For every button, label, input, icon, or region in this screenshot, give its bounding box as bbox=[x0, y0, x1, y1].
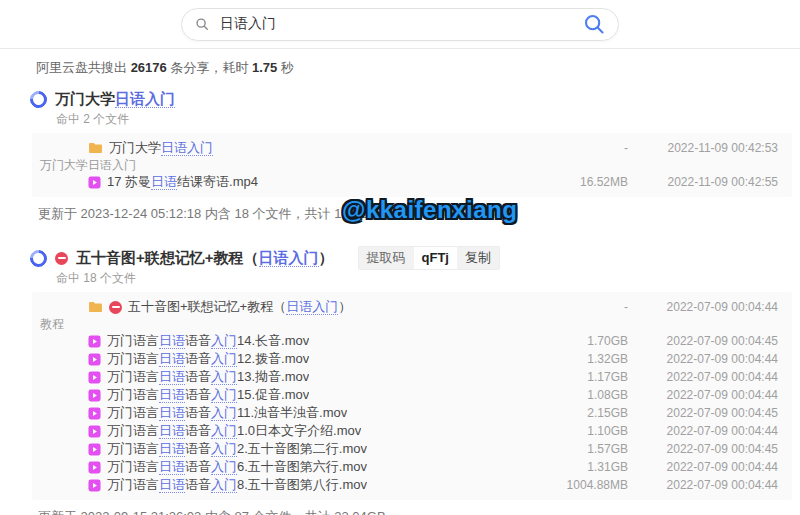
video-file-icon bbox=[88, 479, 101, 492]
text-segment: 万门语言 bbox=[107, 423, 159, 438]
file-date: 2022-07-09 00:04:44 bbox=[628, 370, 792, 384]
result-title[interactable]: 五十音图+联想记忆+教程（日语入门） bbox=[76, 249, 334, 268]
file-row[interactable]: 万门语言日语语音入门11.浊音半浊音.mov2.15GB2022-07-09 0… bbox=[32, 404, 792, 422]
file-size: 1.31GB bbox=[548, 460, 628, 474]
search-input[interactable] bbox=[218, 15, 574, 33]
file-size: 1.70GB bbox=[548, 334, 628, 348]
stats-segment: 条分享，耗时 bbox=[167, 60, 252, 75]
stats-segment: 阿里云盘共搜出 bbox=[36, 60, 131, 75]
text-segment: 语音 bbox=[185, 351, 211, 366]
update-info: 更新于 2022-09-15 21:36:03 内含 87 个文件，共计 23.… bbox=[38, 508, 792, 515]
file-row[interactable]: 17 苏曼日语结课寄语.mp416.52MB2022-11-09 00:42:5… bbox=[32, 173, 792, 191]
file-size: - bbox=[548, 141, 628, 155]
text-segment: 17 苏曼 bbox=[107, 174, 151, 189]
file-size: 1004.88MB bbox=[548, 478, 628, 492]
text-segment: 万门语言 bbox=[107, 351, 159, 366]
extraction-code-badge: 提取码qFTj复制 bbox=[358, 246, 500, 270]
hit-count: 命中 2 个文件 bbox=[56, 112, 792, 127]
text-segment: 万门大学 bbox=[55, 90, 115, 107]
file-path: 教程 bbox=[32, 316, 792, 332]
text-segment: 五十音图+联想记忆+教程（ bbox=[128, 299, 286, 314]
file-name: 万门语言日语语音入门2.五十音图第二行.mov bbox=[88, 440, 548, 458]
watermark: @kkaifenxiang bbox=[342, 196, 517, 224]
file-name: 万门语言日语语音入门8.五十音图第八行.mov bbox=[88, 476, 548, 494]
text-segment: 万门语言 bbox=[107, 369, 159, 384]
file-row[interactable]: 万门语言日语语音入门6.五十音图第六行.mov1.31GB2022-07-09 … bbox=[32, 458, 792, 476]
text-segment: 万门大学 bbox=[109, 140, 161, 155]
result-title[interactable]: 万门大学日语入门 bbox=[55, 90, 175, 109]
file-name: 万门语言日语语音入门1.0日本文字介绍.mov bbox=[88, 422, 548, 440]
file-table: 五十音图+联想记忆+教程（日语入门）-2022-07-09 00:04:44教程… bbox=[32, 292, 792, 500]
text-segment: 13.拗音.mov bbox=[237, 369, 309, 384]
text-segment: 14.长音.mov bbox=[237, 333, 309, 348]
file-name: 五十音图+联想记忆+教程（日语入门） bbox=[88, 298, 548, 316]
file-name: 17 苏曼日语结课寄语.mp4 bbox=[88, 173, 548, 191]
file-row[interactable]: 万门语言日语语音入门15.促音.mov1.08GB2022-07-09 00:0… bbox=[32, 386, 792, 404]
file-table: 万门大学日语入门-2022-11-09 00:42:53万门大学日语入门17 苏… bbox=[32, 133, 792, 197]
file-name: 万门语言日语语音入门11.浊音半浊音.mov bbox=[88, 404, 548, 422]
folder-icon bbox=[88, 142, 103, 154]
video-file-icon bbox=[88, 443, 101, 456]
file-name: 万门语言日语语音入门14.长音.mov bbox=[88, 332, 548, 350]
text-segment: 2.五十音图第二行.mov bbox=[237, 441, 367, 456]
extraction-code-label: 提取码 bbox=[359, 247, 414, 269]
file-row[interactable]: 万门大学日语入门-2022-11-09 00:42:53 bbox=[32, 139, 792, 157]
highlighted-keyword: 日语 bbox=[159, 459, 185, 475]
file-row[interactable]: 万门语言日语语音入门14.长音.mov1.70GB2022-07-09 00:0… bbox=[32, 332, 792, 350]
highlighted-keyword: 入门 bbox=[211, 477, 237, 493]
text-segment: ） bbox=[319, 249, 334, 266]
file-date: 2022-07-09 00:04:45 bbox=[628, 406, 792, 420]
file-date: 2022-11-09 00:42:55 bbox=[628, 175, 792, 189]
text-segment: 1.0日本文字介绍.mov bbox=[237, 423, 361, 438]
file-name: 万门语言日语语音入门6.五十音图第六行.mov bbox=[88, 458, 548, 476]
highlighted-keyword: 入门 bbox=[211, 441, 237, 457]
result-header: 五十音图+联想记忆+教程（日语入门）提取码qFTj复制 bbox=[30, 248, 792, 268]
search-box[interactable] bbox=[181, 8, 619, 41]
highlighted-keyword: 入门 bbox=[211, 333, 237, 349]
file-row[interactable]: 万门语言日语语音入门8.五十音图第八行.mov1004.88MB2022-07-… bbox=[32, 476, 792, 494]
text-segment: 万门语言 bbox=[107, 459, 159, 474]
text-segment: 6.五十音图第六行.mov bbox=[237, 459, 367, 474]
file-date: 2022-07-09 00:04:44 bbox=[628, 424, 792, 438]
text-segment: ） bbox=[338, 299, 351, 314]
video-file-icon bbox=[88, 407, 101, 420]
file-size: 2.15GB bbox=[548, 406, 628, 420]
banned-icon bbox=[109, 301, 122, 314]
top-bar bbox=[0, 0, 800, 49]
stats-segment: 26176 bbox=[131, 60, 167, 75]
file-row[interactable]: 万门语言日语语音入门12.拨音.mov1.32GB2022-07-09 00:0… bbox=[32, 350, 792, 368]
file-size: 1.17GB bbox=[548, 370, 628, 384]
file-row[interactable]: 万门语言日语语音入门13.拗音.mov1.17GB2022-07-09 00:0… bbox=[32, 368, 792, 386]
file-row[interactable]: 万门语言日语语音入门2.五十音图第二行.mov1.57GB2022-07-09 … bbox=[32, 440, 792, 458]
highlighted-keyword: 入门 bbox=[211, 351, 237, 367]
results-list: 万门大学日语入门命中 2 个文件万门大学日语入门-2022-11-09 00:4… bbox=[30, 89, 792, 515]
text-segment: 15.促音.mov bbox=[237, 387, 309, 402]
search-stats: 阿里云盘共搜出 26176 条分享，耗时 1.75 秒 bbox=[30, 55, 792, 77]
highlighted-keyword: 入门 bbox=[211, 423, 237, 439]
search-submit-icon[interactable] bbox=[583, 13, 605, 35]
video-file-icon bbox=[88, 176, 101, 189]
highlighted-keyword: 入门 bbox=[211, 459, 237, 475]
highlighted-keyword: 日语 bbox=[159, 351, 185, 367]
text-segment: 8.五十音图第八行.mov bbox=[237, 477, 367, 492]
copy-code-button[interactable]: 复制 bbox=[457, 247, 499, 269]
video-file-icon bbox=[88, 335, 101, 348]
file-date: 2022-11-09 00:42:53 bbox=[628, 141, 792, 155]
highlighted-keyword: 入门 bbox=[211, 369, 237, 385]
file-size: 1.32GB bbox=[548, 352, 628, 366]
text-segment: 语音 bbox=[185, 333, 211, 348]
file-name: 万门大学日语入门 bbox=[88, 139, 548, 157]
file-row[interactable]: 万门语言日语语音入门1.0日本文字介绍.mov1.10GB2022-07-09 … bbox=[32, 422, 792, 440]
text-segment: 语音 bbox=[185, 423, 211, 438]
highlighted-keyword: 日语 bbox=[159, 441, 185, 457]
text-segment: 11.浊音半浊音.mov bbox=[237, 405, 347, 420]
file-date: 2022-07-09 00:04:45 bbox=[628, 334, 792, 348]
highlighted-keyword: 日语入门 bbox=[259, 249, 319, 267]
text-segment: 语音 bbox=[185, 369, 211, 384]
highlighted-keyword: 日语 bbox=[159, 477, 185, 493]
file-row[interactable]: 五十音图+联想记忆+教程（日语入门）-2022-07-09 00:04:44 bbox=[32, 298, 792, 316]
text-segment: 语音 bbox=[185, 459, 211, 474]
search-result: 五十音图+联想记忆+教程（日语入门）提取码qFTj复制命中 18 个文件五十音图… bbox=[30, 248, 792, 515]
file-date: 2022-07-09 00:04:44 bbox=[628, 460, 792, 474]
extraction-code-value: qFTj bbox=[414, 247, 457, 269]
